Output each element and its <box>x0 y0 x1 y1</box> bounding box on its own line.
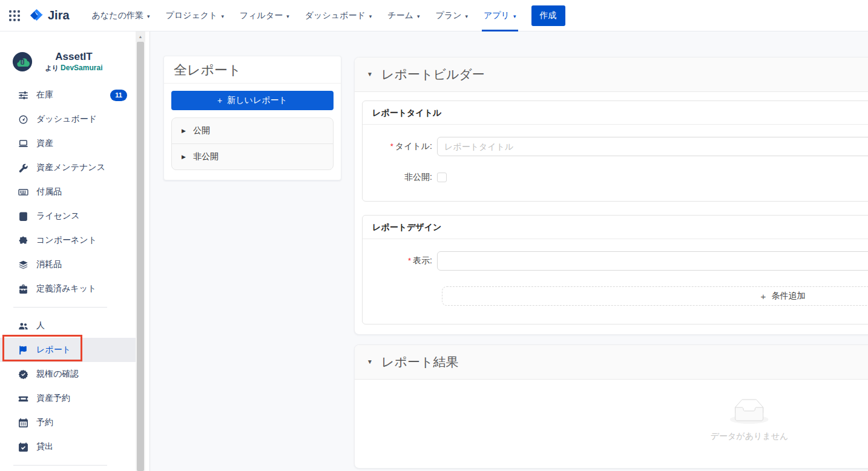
wrench-icon <box>18 163 28 173</box>
calendar-check-icon <box>18 442 28 452</box>
nav-item-filters[interactable]: フィルター ▾ <box>232 0 297 31</box>
puzzle-icon <box>18 236 28 246</box>
add-condition-button[interactable]: + 条件追加 <box>442 286 868 306</box>
ticket-icon <box>18 394 28 404</box>
private-field-label: 非公開: <box>372 172 437 183</box>
report-title-input[interactable] <box>437 137 868 156</box>
main-content: 全レポート + 新しいレポート ▶ 公開 ▶ 非公開 ▼ レポ <box>150 31 868 471</box>
all-reports-card: 全レポート + 新しいレポート ▶ 公開 ▶ 非公開 <box>163 56 341 180</box>
chevron-down-icon: ▾ <box>286 12 289 19</box>
app-header: AssetIT より DevSamurai <box>0 47 136 76</box>
private-reports-section[interactable]: ▶ 非公開 <box>172 143 333 170</box>
report-builder-panel: ▼ レポートビルダー レポートタイトル *タイトル: 非公開: <box>354 57 868 335</box>
sidebar-item-consumables[interactable]: 消耗品 <box>0 252 136 277</box>
sidebar-item-dashboard[interactable]: ダッシュボード <box>0 107 136 131</box>
scroll-up-button[interactable]: ▲ <box>136 31 145 42</box>
jira-mark-icon <box>30 8 44 22</box>
nav-item-apps[interactable]: アプリ ▾ <box>476 0 524 31</box>
display-select-input[interactable] <box>437 251 868 271</box>
calendar-icon <box>18 418 28 428</box>
chevron-down-icon: ▾ <box>513 12 516 19</box>
required-mark: * <box>390 142 393 151</box>
caret-down-icon: ▼ <box>367 353 373 371</box>
nav-item-plans[interactable]: プラン ▾ <box>427 0 476 31</box>
empty-state: データがありません <box>711 399 789 442</box>
sliders-icon <box>18 90 28 100</box>
sidebar-item-licenses[interactable]: ライセンス <box>0 204 136 228</box>
vendor-name: DevSamurai <box>61 64 102 72</box>
inventory-count-badge: 11 <box>110 90 127 101</box>
sidebar-item-predefined-kits[interactable]: 定義済みキット <box>0 277 136 301</box>
top-navigation: Jira あなたの作業 ▾ プロジェクト ▾ フィルター ▾ ダッシュボード ▾… <box>0 0 868 31</box>
sidebar-item-components[interactable]: コンポーネント <box>0 228 136 252</box>
nav-item-dashboards[interactable]: ダッシュボード ▾ <box>297 0 380 31</box>
sidebar-divider <box>13 465 107 466</box>
no-data-text: データがありません <box>711 431 789 442</box>
caret-right-icon: ▶ <box>182 154 186 160</box>
scroll-up-arrow-icon: ▲ <box>139 35 143 39</box>
chevron-down-icon: ▾ <box>417 12 420 19</box>
chevron-down-icon: ▾ <box>465 12 468 19</box>
report-builder-header[interactable]: ▼ レポートビルダー <box>355 58 868 92</box>
private-checkbox[interactable] <box>437 173 447 182</box>
app-name: AssetIT <box>33 51 115 63</box>
caret-right-icon: ▶ <box>182 128 186 134</box>
chevron-down-icon: ▾ <box>147 12 150 19</box>
report-title-heading: レポートタイトル <box>363 101 868 125</box>
report-design-heading: レポートデザイン <box>363 216 868 239</box>
sidebar-menu: 在庫 11 ダッシュボード 資産 資産メンテナンス 付属品 ライセンス <box>0 83 136 466</box>
sidebar-divider <box>13 307 107 308</box>
new-report-button[interactable]: + 新しいレポート <box>171 91 334 110</box>
jira-logo[interactable]: Jira <box>30 8 70 22</box>
plus-icon: + <box>217 96 222 105</box>
app-switcher-icon[interactable] <box>8 10 21 22</box>
flag-icon <box>18 345 28 355</box>
plus-icon: + <box>761 291 766 301</box>
sidebar-item-booking[interactable]: 予約 <box>0 410 136 435</box>
keyboard-icon <box>18 187 28 197</box>
scrollbar-thumb[interactable] <box>137 42 144 471</box>
badge-check-icon <box>18 369 28 380</box>
sidebar-item-inventory[interactable]: 在庫 11 <box>0 83 136 107</box>
report-results-panel: ▼ レポート結果 データがありません <box>354 344 868 469</box>
empty-inbox-icon <box>730 399 769 424</box>
assetit-logo <box>12 51 33 72</box>
sidebar-item-asset-maintenance[interactable]: 資産メンテナンス <box>0 156 136 180</box>
display-field-label: *表示: <box>372 255 437 266</box>
sidebar-item-accessories[interactable]: 付属品 <box>0 180 136 204</box>
required-mark: * <box>408 256 411 265</box>
main-menu: あなたの作業 ▾ プロジェクト ▾ フィルター ▾ ダッシュボード ▾ チーム … <box>84 0 524 31</box>
sidebar-item-custody-check[interactable]: 親権の確認 <box>0 362 136 386</box>
nav-item-projects[interactable]: プロジェクト ▾ <box>157 0 232 31</box>
gauge-icon <box>18 114 28 125</box>
public-reports-section[interactable]: ▶ 公開 <box>172 118 333 143</box>
report-title-fieldset: レポートタイトル *タイトル: 非公開: <box>362 100 868 202</box>
app-byline: より DevSamurai <box>33 64 115 73</box>
sidebar-item-people[interactable]: 人 <box>0 314 136 338</box>
sidebar-item-reports[interactable]: レポート <box>0 338 136 362</box>
report-builder-column: ▼ レポートビルダー レポートタイトル *タイトル: 非公開: <box>354 57 868 469</box>
license-scroll-icon <box>18 211 28 222</box>
assetit-sidebar: AssetIT より DevSamurai 在庫 11 ダッシュボード 資産 <box>0 31 150 471</box>
report-groups-accordion: ▶ 公開 ▶ 非公開 <box>171 117 334 170</box>
laptop-icon <box>18 139 28 149</box>
toolbox-icon <box>18 284 28 294</box>
report-builder-title: レポートビルダー <box>381 65 485 84</box>
sidebar-scrollbar[interactable]: ▲ <box>136 31 145 471</box>
all-reports-title: 全レポート <box>164 56 341 84</box>
users-icon <box>18 321 28 331</box>
caret-down-icon: ▼ <box>367 65 373 84</box>
report-results-header[interactable]: ▼ レポート結果 <box>355 345 868 380</box>
nav-item-your-work[interactable]: あなたの作業 ▾ <box>84 0 158 31</box>
create-button[interactable]: 作成 <box>531 5 565 26</box>
chevron-down-icon: ▾ <box>221 12 224 19</box>
jira-brand-name: Jira <box>48 8 70 22</box>
report-design-fieldset: レポートデザイン *表示: + 条件追加 <box>362 215 868 324</box>
layers-icon <box>18 260 28 270</box>
report-results-title: レポート結果 <box>381 353 458 371</box>
sidebar-item-asset-reservation[interactable]: 資産予約 <box>0 386 136 410</box>
title-field-label: *タイトル: <box>372 141 437 152</box>
sidebar-item-assets[interactable]: 資産 <box>0 131 136 156</box>
sidebar-item-checkout[interactable]: 貸出 <box>0 435 136 459</box>
nav-item-teams[interactable]: チーム ▾ <box>380 0 427 31</box>
